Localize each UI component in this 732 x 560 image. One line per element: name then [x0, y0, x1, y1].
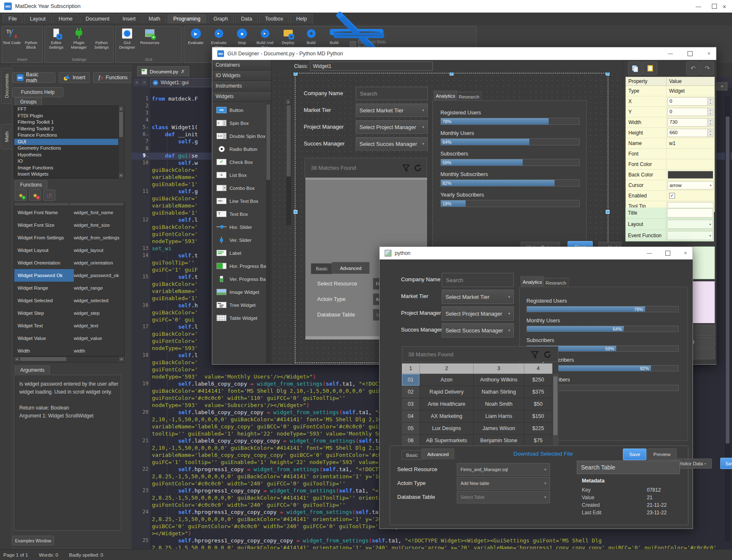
widget-item-line-text-box[interactable]: ABCLine Text Box — [212, 194, 271, 207]
examples-window-button[interactable]: Examples Window — [12, 536, 54, 545]
editor-tab-document-py[interactable]: Document.py ✗ — [137, 66, 189, 77]
table-scrollbar[interactable] — [552, 374, 558, 446]
function-row-widget-text[interactable]: Widget Textwidget_text — [14, 319, 124, 332]
accordion-io-widgets[interactable]: IO Widgets — [212, 70, 271, 81]
scroll-up-icon[interactable]: ▲ — [286, 99, 290, 104]
select-select-market-tier[interactable]: Select Market Tier▾ — [442, 290, 514, 304]
function-row-widget-layout[interactable]: Widget Layoutwidget_layout — [14, 244, 124, 257]
menu-tab-graph[interactable]: Graph — [208, 14, 234, 23]
widget-item-button[interactable]: OKButton — [212, 104, 271, 117]
editor-scrollbar-thumb[interactable] — [726, 117, 729, 443]
close-icon[interactable]: × — [680, 248, 691, 259]
menu-tab-programing[interactable]: Programing — [167, 14, 206, 23]
palette-scrollbar[interactable] — [266, 104, 271, 363]
scroll-down-icon[interactable]: ▼ — [119, 173, 123, 178]
save-button[interactable]: Save — [720, 458, 732, 469]
tab-analytics[interactable]: Analytics — [434, 91, 457, 101]
function-row-width[interactable]: Widthwidth — [14, 345, 124, 356]
groups-tab[interactable]: Groups — [15, 97, 42, 106]
resize-handle[interactable] — [450, 73, 453, 75]
function-row-widget-font-size[interactable]: Widget Font Sizewidget_font_size — [14, 219, 124, 231]
menu-tab-data[interactable]: Data — [235, 14, 258, 23]
scroll-up-icon[interactable]: ▲ — [119, 106, 123, 111]
widget-item-hor-slider[interactable]: Hor. Slider — [212, 220, 271, 233]
editor-dropdown-icon[interactable]: ▼ — [716, 82, 727, 91]
tab-basic[interactable]: Basic — [401, 450, 422, 460]
function-row-widget-oreientation[interactable]: Widget Oreientationwidget_orientation — [14, 257, 124, 269]
paste-button[interactable] — [643, 62, 657, 75]
functions-hscrollbar[interactable]: ◄ ► — [14, 356, 125, 363]
python-titlebar[interactable]: python — × — [380, 247, 693, 259]
group-item-hypothesis[interactable]: Hypothesis — [14, 152, 118, 158]
menu-tab-layout[interactable]: Layout — [24, 14, 52, 23]
table-row[interactable]: 01AzonAnthony Wilkins$250 — [402, 374, 558, 386]
add-favorite-function-button[interactable]: ★+ — [15, 189, 27, 201]
tab-analytics[interactable]: Analytics — [521, 276, 544, 287]
function-row-widget-font-name[interactable]: Widget Font Namewidget_font_name — [14, 206, 124, 219]
filter-icon[interactable] — [401, 163, 411, 173]
search-input[interactable]: Search — [356, 87, 428, 100]
ribbon-button-evaluate[interactable]: ▶Evaluate — [184, 26, 207, 53]
tab-basic[interactable]: Basic — [311, 263, 333, 274]
ribbon-button-resources[interactable]: ✚Resources — [138, 26, 161, 53]
nav-forward-icon[interactable]: > — [141, 78, 148, 86]
copy-button[interactable] — [628, 62, 642, 75]
search-table-input[interactable]: Search Table — [577, 461, 680, 474]
resource-select[interactable]: Firms_and_Manager.sql▾ — [457, 463, 550, 476]
tab-research[interactable]: Research — [543, 278, 568, 288]
insert-function-button[interactable]: |ƒ| — [43, 189, 55, 201]
dock-tab-math[interactable]: Math — [1, 124, 13, 149]
widget-item-hor-progress-bar[interactable]: Hor. Progress Bar — [212, 259, 271, 272]
group-item-ftdi-plugin[interactable]: FTDI Plugin — [14, 113, 118, 119]
group-item-filtering-toolkit-1[interactable]: Filtering Toolkit 1 — [14, 119, 118, 126]
widget-item-list-box[interactable]: ≡List Box — [212, 169, 271, 181]
scroll-right-icon[interactable]: ► — [119, 357, 124, 361]
ribbon-button-editor-settings[interactable]: Editor Settings — [45, 26, 68, 53]
group-item-filtering-toolkit-2[interactable]: Filtering Toolkit 2 — [14, 126, 118, 132]
resize-handle[interactable] — [606, 73, 610, 75]
accordion-containers[interactable]: Containers — [212, 60, 271, 70]
select-select-succes-manager[interactable]: Select Succes Manager▾ — [442, 323, 514, 337]
group-item-geometry-functions[interactable]: Geometry Functions — [14, 145, 118, 152]
sidebar-tab-basic-math[interactable]: MDBasic math — [12, 72, 55, 83]
preview-button[interactable]: Preview — [647, 449, 677, 460]
table-row[interactable]: 04AX MarketingLiam Harris$150 — [402, 410, 558, 423]
function-row-widget-step[interactable]: Widget Stepwidget_step — [14, 307, 124, 319]
function-row-widget-from-settings[interactable]: Widget From Settingswidget_from_settings — [14, 231, 124, 244]
table-row[interactable]: 02Rapid DeliveryNathan Stirling$375 — [402, 386, 558, 398]
group-item-image-functions[interactable]: Image Functions — [14, 165, 118, 171]
widget-item-double-spin-box[interactable]: 0.0Double Spin Box — [212, 130, 271, 143]
accordion-instruments[interactable]: Instruments — [212, 81, 271, 91]
spinner-icon[interactable] — [707, 118, 714, 127]
menu-tab-document[interactable]: Document — [80, 14, 115, 23]
menu-tab-insert[interactable]: Insert — [117, 14, 141, 23]
save-button[interactable]: Save — [623, 449, 646, 460]
menu-tab-file[interactable]: File — [3, 14, 23, 23]
minimize-icon[interactable]: — — [644, 248, 655, 259]
widget-item-image-widget[interactable]: Image Widget — [212, 285, 271, 298]
menu-tab-home[interactable]: Home — [53, 14, 78, 23]
widget-item-ver-slider[interactable]: Ver. Slider — [212, 233, 271, 246]
function-row-widget-range[interactable]: Widget Rangewidget_range — [14, 282, 124, 294]
group-item-finance-functions[interactable]: Finance Functions — [14, 132, 118, 139]
menu-tab-help[interactable]: Help — [290, 14, 313, 23]
spinner-icon[interactable] — [707, 108, 714, 116]
group-item-io[interactable]: IO — [14, 158, 118, 165]
remove-favorite-function-button[interactable]: ★− — [29, 189, 41, 201]
refresh-icon[interactable] — [543, 350, 552, 359]
widget-item-ver-progress-bar[interactable]: Ver. Progress Bar — [212, 272, 271, 285]
group-item-gui[interactable]: GUI — [14, 139, 118, 145]
tab-close-icon[interactable]: ✗ — [181, 69, 185, 75]
dock-tab-documents[interactable]: Documents — [1, 68, 13, 104]
resize-handle[interactable] — [294, 210, 297, 214]
select-select-market-tier[interactable]: Select Market Tier▾ — [356, 104, 428, 117]
ribbon-button-plugin-manager[interactable]: Plugin Manager — [68, 26, 90, 53]
resize-handle[interactable] — [294, 73, 297, 75]
scroll-left-icon[interactable]: ◄ — [14, 357, 19, 361]
minimize-icon[interactable]: — — [665, 48, 676, 59]
ribbon-button-python-settings[interactable]: Python Settings — [90, 26, 113, 53]
redo-button[interactable]: ↷ — [701, 62, 714, 75]
matches-box[interactable]: 38 Matches Found — [305, 158, 427, 178]
function-row-widget-password-ok[interactable]: Widget Password Okwidget_password_ok — [14, 269, 124, 282]
select-select-project-manager[interactable]: Select Project Manager▾ — [356, 120, 428, 134]
